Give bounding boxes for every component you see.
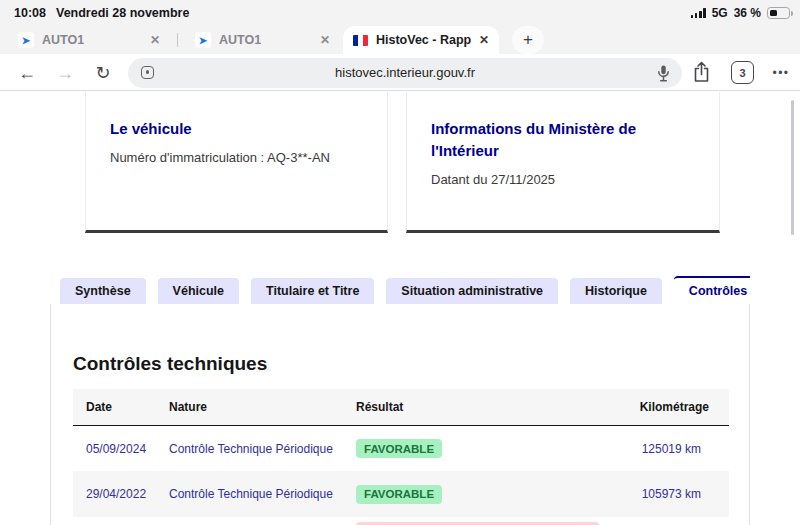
share-icon[interactable]	[692, 60, 711, 88]
tab-titulaire-et-titre[interactable]: Titulaire et Titre	[251, 278, 374, 304]
ct-result: FAVORABLE	[356, 485, 579, 504]
reload-button[interactable]: ↻	[88, 58, 118, 88]
ct-nature: Contrôle Technique Périodique	[169, 442, 356, 456]
browser-tab-title: HistoVec - Rapport vend	[376, 33, 471, 47]
url-text: histovec.interieur.gouv.fr	[128, 65, 682, 80]
ct-kilometrage: 125019 km	[579, 442, 729, 456]
auto1-favicon: ➤	[195, 32, 211, 48]
forward-button[interactable]: →	[50, 58, 80, 88]
section-title: Contrôles techniques	[73, 353, 267, 375]
vehicle-card-title: Le véhicule	[110, 118, 363, 140]
status-badge: FAVORABLE	[356, 485, 442, 504]
col-header-kilometrage: Kilométrage	[579, 400, 729, 414]
tab-situation-administrative[interactable]: Situation administrative	[386, 278, 558, 304]
table-header-row: Date Nature Résultat Kilométrage	[73, 389, 729, 426]
col-header-date: Date	[73, 400, 169, 414]
lens-icon[interactable]	[141, 66, 154, 79]
tab-switcher-button[interactable]: 3	[731, 61, 754, 84]
browser-tab-histovec[interactable]: HistoVec - Rapport vend ✕	[343, 26, 499, 54]
clock: 10:08	[14, 6, 46, 20]
overflow-menu-icon[interactable]: •••	[766, 58, 796, 88]
browser-tab-title: AUTO1	[219, 33, 261, 47]
vehicle-card: Le véhicule Numéro d'immatriculation : A…	[85, 92, 388, 233]
browser-tab-strip: ➤ AUTO1 ✕ ➤ AUTO1 ✕ HistoVec - Rapport v…	[0, 26, 800, 54]
ministry-card: Informations du Ministère de l'Intérieur…	[406, 92, 720, 233]
signal-bars-icon	[691, 8, 706, 18]
close-tab-icon[interactable]: ✕	[150, 33, 160, 47]
tab-historique[interactable]: Historique	[570, 278, 662, 304]
table-row: 29/04/2022 Contrôle Technique Périodique…	[73, 471, 729, 517]
ct-nature: Contrôle Technique Périodique	[169, 487, 356, 501]
ministry-card-body: Datant du 27/11/2025	[431, 172, 695, 187]
new-tab-button[interactable]: +	[512, 26, 544, 54]
ct-kilometrage: 105973 km	[579, 487, 729, 501]
col-header-nature: Nature	[169, 400, 356, 414]
tab-divider	[177, 33, 178, 47]
controles-techniques-panel: Contrôles techniques Date Nature Résulta…	[50, 304, 750, 525]
histovec-page: Le véhicule Numéro d'immatriculation : A…	[0, 92, 800, 525]
battery-percent: 36 %	[734, 6, 761, 20]
ct-date: 05/09/2024	[73, 442, 169, 456]
tab-controles-techniques[interactable]: Contrôles techniques	[674, 276, 750, 304]
browser-tab-title: AUTO1	[42, 33, 84, 47]
back-button[interactable]: ←	[12, 58, 42, 88]
browser-tab-auto1-2[interactable]: ➤ AUTO1 ✕	[185, 26, 340, 54]
tab-vehicule[interactable]: Véhicule	[158, 278, 239, 304]
network-type: 5G	[712, 6, 728, 20]
ct-date: 29/04/2022	[73, 487, 169, 501]
report-tabs: Synthèse Véhicule Titulaire et Titre Sit…	[50, 276, 750, 304]
ministry-card-title: Informations du Ministère de l'Intérieur	[431, 118, 693, 162]
vehicle-card-body: Numéro d'immatriculation : AQ-3**-AN	[110, 150, 363, 165]
ct-result: FAVORABLE	[356, 439, 579, 458]
table-row: 05/09/2024 Contrôle Technique Périodique…	[73, 426, 729, 471]
table-row-partial	[73, 517, 729, 525]
status-date: Vendredi 28 novembre	[56, 6, 189, 20]
close-tab-icon[interactable]: ✕	[320, 33, 330, 47]
col-header-resultat: Résultat	[356, 400, 579, 414]
controles-table: Date Nature Résultat Kilométrage 05/09/2…	[73, 389, 729, 525]
browser-toolbar: ← → ↻ histovec.interieur.gouv.fr 3 •••	[0, 54, 800, 91]
microphone-icon[interactable]	[656, 64, 671, 87]
battery-icon	[767, 7, 790, 19]
french-flag-favicon	[353, 35, 368, 46]
page-scrollbar[interactable]	[791, 100, 794, 235]
status-badge: FAVORABLE	[356, 439, 442, 458]
browser-tab-auto1-1[interactable]: ➤ AUTO1 ✕	[8, 26, 170, 54]
status-bar: 10:08 Vendredi 28 novembre 5G 36 %	[0, 0, 800, 26]
auto1-favicon: ➤	[18, 32, 34, 48]
close-tab-icon[interactable]: ✕	[479, 33, 489, 47]
address-bar[interactable]: histovec.interieur.gouv.fr	[128, 58, 682, 88]
tab-synthese[interactable]: Synthèse	[60, 278, 146, 304]
